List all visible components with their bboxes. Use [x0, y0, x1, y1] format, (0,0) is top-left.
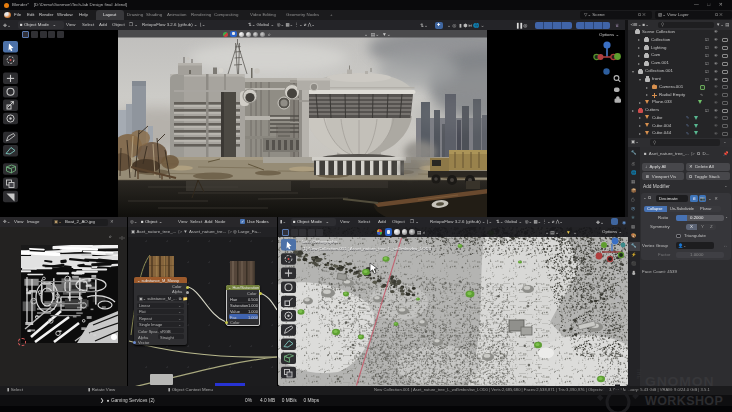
- svg-text:THE: THE: [636, 369, 642, 380]
- svg-text:WORKSHOP: WORKSHOP: [645, 394, 723, 408]
- svg-text:GNOMON: GNOMON: [645, 375, 714, 390]
